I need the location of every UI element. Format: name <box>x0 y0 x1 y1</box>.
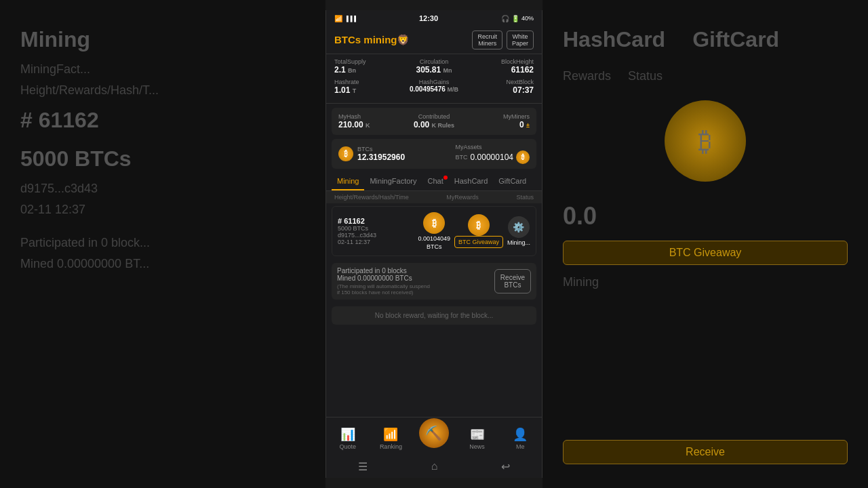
my-stats-container: MyHash 210.00 K Contributed 0.00 K Rules… <box>332 108 536 135</box>
nav-ranking[interactable]: 📶 Ranking <box>370 427 413 450</box>
mining-status-label: Mining... <box>507 239 530 246</box>
th-height: Height/Rewards/Hash/Time <box>334 194 409 201</box>
system-nav: ☰ ⌂ ↩ <box>326 458 542 478</box>
bg-zero: 0.0 <box>563 202 848 230</box>
bg-height-label: Height/Rewards/Hash/T... <box>20 83 305 98</box>
mining-note: (The mining will automatically suspendif… <box>337 283 430 296</box>
bg-time: 02-11 12:37 <box>20 203 305 217</box>
assets-row: ₿ BTCs 12.31952960 MyAssets BTC 0.000001… <box>332 139 536 169</box>
bg-rewards-label: Rewards Status <box>563 69 848 83</box>
header-buttons: RecruitMiners WhitePaper <box>472 30 534 49</box>
mining-spinner-icon: ⚙️ <box>508 216 530 238</box>
hashrate-value: 1.01 T <box>334 85 401 95</box>
my-hash-value: 210.00 K <box>338 120 402 129</box>
bg-mining-label: Mining <box>20 27 305 52</box>
stats-container: TotalSupply 2.1 Bn Circulation 305.81 Mn… <box>326 54 542 104</box>
hashrate-stat: Hashrate 1.01 T <box>334 79 401 95</box>
tab-giftcard[interactable]: GiftCard <box>493 173 532 190</box>
app-header: BTCs mining🦁 RecruitMiners WhitePaper <box>326 26 542 54</box>
reward-unit: BTCs <box>427 243 442 250</box>
reward-value: 0.00104049 <box>418 235 450 242</box>
status-right: 🎧 🔋 40% <box>501 15 534 22</box>
empty-content-area <box>326 327 542 417</box>
mining-status: ⚙️ Mining... <box>507 216 530 246</box>
my-miners-value: 0 ± <box>466 120 530 129</box>
assets-left: ₿ BTCs 12.31952960 <box>338 146 405 162</box>
bg-mined: Mined 0.00000000 BT... <box>20 257 305 271</box>
nextblock-label: NextBlock <box>467 79 534 85</box>
my-hash-stat: MyHash 210.00 K <box>338 113 402 129</box>
table-header: Height/Rewards/Hash/Time MyRewards Statu… <box>326 191 542 203</box>
reward-icon-1: ₿ 0.00104049 BTCs <box>418 212 450 250</box>
headphone-icon: 🎧 <box>501 15 509 22</box>
nextblock-value: 07:37 <box>467 85 534 95</box>
quote-icon: 📊 <box>340 427 355 442</box>
nav-mining[interactable]: ⛏️ <box>412 429 456 448</box>
nextblock-stat: NextBlock 07:37 <box>467 79 534 95</box>
total-supply-label: TotalSupply <box>334 58 401 65</box>
bg-receive-btn: Receive <box>563 440 848 464</box>
btcs-reward-icon: ₿ <box>423 212 445 234</box>
back-button[interactable]: ↩ <box>501 460 510 473</box>
mined-text: Mined 0.00000000 BTCs <box>337 274 430 282</box>
nav-news[interactable]: 📰 News <box>456 427 499 450</box>
bg-miningfactory-label: MiningFact... <box>20 62 305 77</box>
status-bar: 📶 ▐▐▐ 12:30 🎧 🔋 40% <box>326 10 542 26</box>
bg-hashcard-label: HashCard <box>563 27 665 52</box>
white-paper-button[interactable]: WhitePaper <box>507 30 534 49</box>
hashgains-label: HashGains <box>401 79 467 85</box>
bg-hash: d9175...c3d43 <box>20 182 305 196</box>
tab-mining[interactable]: Mining <box>332 173 364 190</box>
btcs-coin-icon: ₿ <box>338 146 353 161</box>
me-icon: 👤 <box>513 427 528 442</box>
block-height-label: BlockHeight <box>467 58 534 65</box>
block-btcs: 5000 BTCs <box>338 225 412 232</box>
no-reward-status: No block reward, waiting for the block..… <box>332 306 536 325</box>
tab-miningfactory[interactable]: MiningFactory <box>364 173 422 190</box>
th-status: Status <box>516 194 534 201</box>
tab-chat[interactable]: Chat <box>422 173 448 190</box>
contributed-value: 0.00 K Rules <box>402 120 466 129</box>
ranking-icon: 📶 <box>383 427 398 442</box>
tab-hashcard[interactable]: HashCard <box>449 173 494 190</box>
btc-coin-icon: ₿ <box>516 150 530 164</box>
hashrate-label: Hashrate <box>334 79 401 85</box>
total-supply-value: 2.1 Bn <box>334 65 401 75</box>
receive-btcs-button[interactable]: ReceiveBTCs <box>494 269 531 293</box>
hashgains-stat: HashGains 0.00495476 M/B <box>401 79 467 95</box>
my-assets-info: MyAssets BTC 0.00000104 ₿ <box>456 144 530 164</box>
home-button[interactable]: ⌂ <box>431 460 438 472</box>
contributed-stat: Contributed 0.00 K Rules <box>402 113 466 129</box>
th-myrewards: MyRewards <box>446 194 479 201</box>
mining-details: Participated in 0 blocks Mined 0.0000000… <box>337 267 430 296</box>
hashgains-value: 0.00495476 M/B <box>401 85 467 93</box>
quote-label: Quote <box>340 443 357 450</box>
block-number: # 61162 <box>338 217 412 225</box>
nav-me[interactable]: 👤 Me <box>498 427 542 450</box>
block-time: 02-11 12:37 <box>338 239 412 245</box>
status-left: 📶 ▐▐▐ <box>334 15 356 22</box>
btc-giveaway-button[interactable]: BTC Giveaway <box>454 236 503 248</box>
btcs-amount-value: 12.31952960 <box>357 152 405 162</box>
main-tabs: Mining MiningFactory Chat HashCard GiftC… <box>326 173 542 191</box>
contributed-label: Contributed <box>402 113 466 120</box>
mining-info: Participated in 0 blocks Mined 0.0000000… <box>332 263 536 300</box>
circulation-label: Circulation <box>401 58 467 65</box>
circulation-value: 305.81 Mn <box>401 65 467 75</box>
phone-container: 📶 ▐▐▐ 12:30 🎧 🔋 40% BTCs mining🦁 Recruit… <box>326 10 542 478</box>
circulation-stat: Circulation 305.81 Mn <box>401 58 467 75</box>
my-hash-label: MyHash <box>338 113 402 120</box>
stats-row-1: TotalSupply 2.1 Bn Circulation 305.81 Mn… <box>334 58 534 75</box>
btcs-ticker-label: BTCs <box>357 146 405 152</box>
menu-button[interactable]: ☰ <box>358 460 368 473</box>
me-label: Me <box>516 443 525 450</box>
block-row: # 61162 5000 BTCs d9175...c3d43 02-11 12… <box>332 206 536 256</box>
btc-reward-icon: ₿ <box>468 214 490 236</box>
ranking-label: Ranking <box>380 443 402 450</box>
recruit-miners-button[interactable]: RecruitMiners <box>472 30 502 49</box>
stats-row-2: Hashrate 1.01 T HashGains 0.00495476 M/B… <box>334 79 534 95</box>
bg-participated: Participated in 0 block... <box>20 236 305 250</box>
nav-quote[interactable]: 📊 Quote <box>326 427 370 450</box>
bg-giveaway-btn: BTC Giveaway <box>563 241 848 265</box>
chat-notification-dot <box>443 176 448 180</box>
